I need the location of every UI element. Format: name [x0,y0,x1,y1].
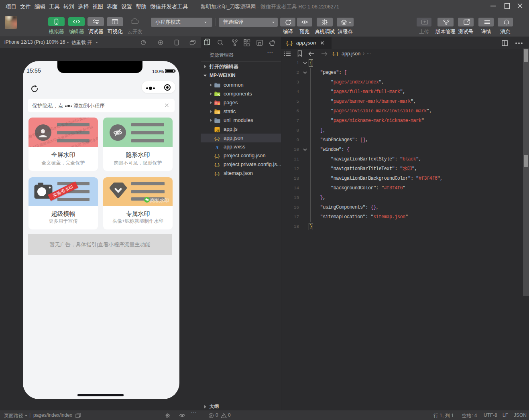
svg-text:JS: JS [216,129,220,132]
svg-text:3: 3 [216,144,219,150]
